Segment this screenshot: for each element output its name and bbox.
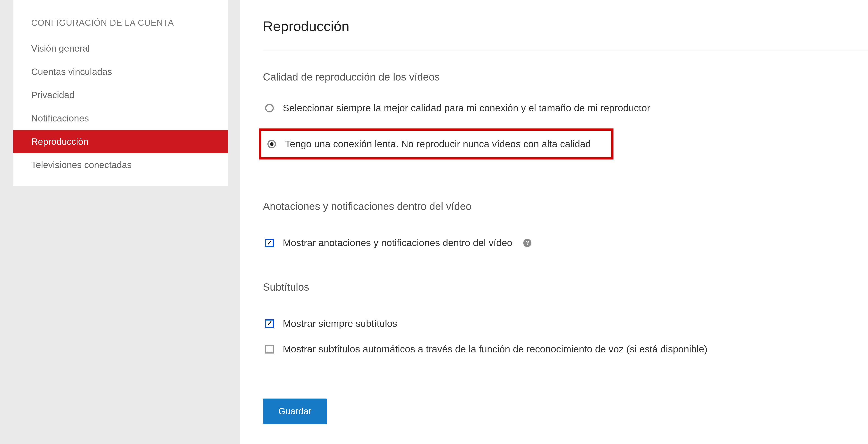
save-button[interactable]: Guardar (263, 398, 327, 424)
subtitles-always-label: Mostrar siempre subtítulos (283, 318, 397, 329)
checkbox-icon (265, 319, 274, 328)
sidebar-item-label: Privacidad (31, 90, 74, 100)
checkbox-icon (265, 345, 274, 354)
annotations-checkbox-row[interactable]: Mostrar anotaciones y notificaciones den… (263, 235, 868, 254)
sidebar-item-overview[interactable]: Visión general (13, 37, 228, 60)
section-subtitles: Subtítulos Mostrar siempre subtítulos Mo… (263, 281, 868, 360)
subtitles-auto-row[interactable]: Mostrar subtítulos automáticos a través … (263, 341, 868, 360)
sidebar-item-label: Visión general (31, 43, 90, 54)
checkbox-icon (265, 239, 274, 247)
section-quality-heading: Calidad de reproducción de los vídeos (263, 71, 868, 83)
radio-icon (265, 104, 274, 112)
page-title: Reproducción (263, 18, 868, 50)
sidebar-item-privacy[interactable]: Privacidad (13, 84, 228, 107)
sidebar-item-label: Televisiones conectadas (31, 160, 131, 170)
sidebar-item-playback[interactable]: Reproducción (13, 130, 228, 153)
section-subtitles-heading: Subtítulos (263, 281, 868, 293)
section-annotations: Anotaciones y notificaciones dentro del … (263, 200, 868, 254)
sidebar-item-label: Cuentas vinculadas (31, 66, 112, 77)
subtitles-auto-label: Mostrar subtítulos automáticos a través … (283, 344, 708, 355)
sidebar-item-label: Notificaciones (31, 113, 89, 123)
sidebar-item-notifications[interactable]: Notificaciones (13, 107, 228, 130)
subtitles-always-row[interactable]: Mostrar siempre subtítulos (263, 316, 868, 334)
annotations-checkbox-label: Mostrar anotaciones y notificaciones den… (283, 237, 513, 248)
sidebar-header: CONFIGURACIÓN DE LA CUENTA (13, 18, 228, 37)
divider (263, 50, 868, 51)
main-content: Reproducción Calidad de reproducción de … (240, 0, 868, 444)
quality-option-label: Tengo una conexión lenta. No reproducir … (285, 139, 591, 149)
radio-icon[interactable] (268, 140, 276, 148)
sidebar-item-linked-accounts[interactable]: Cuentas vinculadas (13, 60, 228, 84)
section-annotations-heading: Anotaciones y notificaciones dentro del … (263, 200, 868, 212)
section-quality: Calidad de reproducción de los vídeos Se… (263, 71, 868, 169)
quality-option-slow-highlight: Tengo una conexión lenta. No reproducir … (259, 128, 614, 159)
sidebar: CONFIGURACIÓN DE LA CUENTA Visión genera… (13, 0, 228, 186)
quality-option-best[interactable]: Seleccionar siempre la mejor calidad par… (263, 96, 868, 119)
sidebar-item-label: Reproducción (31, 137, 88, 147)
quality-option-label: Seleccionar siempre la mejor calidad par… (283, 102, 650, 114)
help-icon[interactable]: ? (523, 239, 531, 247)
sidebar-item-connected-tvs[interactable]: Televisiones conectadas (13, 153, 228, 177)
